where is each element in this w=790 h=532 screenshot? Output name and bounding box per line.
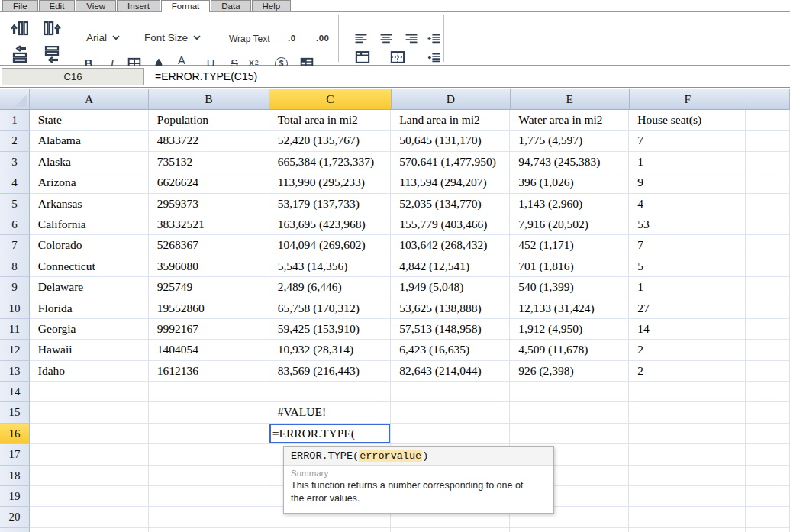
cell-B7[interactable]: 5268367 bbox=[149, 235, 269, 256]
cell-B9[interactable]: 925749 bbox=[149, 277, 269, 298]
row-header-7[interactable]: 7 bbox=[0, 235, 30, 256]
cell-D6[interactable]: 155,779 (403,466) bbox=[391, 214, 510, 235]
cell-F1[interactable]: House seat(s) bbox=[629, 110, 746, 131]
menu-tab-edit[interactable]: Edit bbox=[39, 0, 76, 11]
row-header-17[interactable]: 17 bbox=[0, 444, 30, 465]
cell-F14[interactable] bbox=[629, 382, 746, 402]
cell-B16[interactable] bbox=[149, 424, 269, 444]
cell-D1[interactable]: Land area in mi2 bbox=[391, 110, 510, 131]
increase-decimals-button[interactable]: .00 bbox=[316, 34, 330, 43]
table-borders-icon[interactable] bbox=[389, 50, 406, 65]
cell-D5[interactable]: 52,035 (134,770) bbox=[391, 194, 510, 214]
row-header-15[interactable]: 15 bbox=[0, 402, 30, 423]
cell-F15[interactable] bbox=[629, 402, 746, 423]
cell-D8[interactable]: 4,842 (12,541) bbox=[391, 256, 510, 277]
row-header-9[interactable]: 9 bbox=[0, 277, 30, 298]
insert-column-after-icon[interactable] bbox=[41, 18, 63, 38]
row-header-12[interactable]: 12 bbox=[0, 340, 30, 360]
name-box[interactable]: C16 bbox=[2, 68, 144, 85]
column-header-a[interactable]: A bbox=[30, 89, 149, 110]
column-header-e[interactable]: E bbox=[511, 89, 630, 110]
select-all-corner[interactable] bbox=[0, 89, 30, 110]
cell-C[interactable] bbox=[269, 528, 392, 532]
menu-tab-data[interactable]: Data bbox=[211, 0, 250, 11]
font-family-selector[interactable]: Arial bbox=[86, 32, 120, 44]
cell-F[interactable] bbox=[629, 528, 746, 532]
cell-B2[interactable]: 4833722 bbox=[149, 131, 269, 151]
column-header-d[interactable]: D bbox=[392, 89, 511, 110]
cell-C2[interactable]: 52,420 (135,767) bbox=[269, 131, 392, 151]
cell-A4[interactable]: Arizona bbox=[30, 172, 149, 193]
cell-E[interactable] bbox=[510, 528, 629, 532]
row-header-6[interactable]: 6 bbox=[0, 214, 30, 235]
column-header-c[interactable]: C bbox=[269, 89, 392, 110]
cell-C5[interactable]: 53,179 (137,733) bbox=[269, 194, 392, 214]
cell-A11[interactable]: Georgia bbox=[30, 319, 149, 340]
cell-C9[interactable]: 2,489 (6,446) bbox=[269, 277, 392, 298]
row-header-2[interactable]: 2 bbox=[0, 131, 30, 151]
cell-E8[interactable]: 701 (1,816) bbox=[510, 256, 629, 277]
cell-B3[interactable]: 735132 bbox=[149, 152, 269, 172]
cell-C16[interactable]: =ERROR.TYPE( bbox=[269, 424, 391, 444]
cell-C15[interactable]: #VALUE! bbox=[269, 402, 392, 423]
cell-B1[interactable]: Population bbox=[149, 110, 269, 131]
column-header-f[interactable]: F bbox=[630, 89, 746, 110]
cell-A15[interactable] bbox=[30, 402, 149, 423]
menu-tab-view[interactable]: View bbox=[76, 0, 116, 11]
cell-F18[interactable] bbox=[629, 466, 746, 486]
align-left-icon[interactable] bbox=[353, 31, 369, 45]
cell-A5[interactable]: Arkansas bbox=[30, 194, 149, 214]
insert-row-after-icon[interactable] bbox=[41, 44, 63, 64]
cell-F20[interactable] bbox=[629, 507, 746, 527]
cell-D13[interactable]: 82,643 (214,044) bbox=[391, 361, 510, 382]
cell-F10[interactable]: 27 bbox=[629, 298, 746, 319]
cell-C13[interactable]: 83,569 (216,443) bbox=[269, 361, 392, 382]
cell-D[interactable] bbox=[391, 528, 510, 532]
menu-tab-help[interactable]: Help bbox=[252, 0, 292, 11]
cell-D2[interactable]: 50,645 (131,170) bbox=[391, 131, 510, 151]
cell-A8[interactable]: Connecticut bbox=[30, 256, 149, 277]
cell-A19[interactable] bbox=[30, 486, 149, 507]
cell-B6[interactable]: 38332521 bbox=[149, 214, 269, 235]
row-header-13[interactable]: 13 bbox=[0, 361, 30, 382]
row-header-19[interactable]: 19 bbox=[0, 486, 30, 507]
menu-tab-format[interactable]: Format bbox=[161, 0, 210, 12]
cell-E12[interactable]: 4,509 (11,678) bbox=[510, 340, 629, 360]
row-header-[interactable] bbox=[0, 528, 30, 532]
cell-B13[interactable]: 1612136 bbox=[149, 361, 269, 382]
cell-A7[interactable]: Colorado bbox=[30, 235, 149, 256]
cell-A12[interactable]: Hawaii bbox=[30, 340, 149, 360]
cell-F12[interactable]: 2 bbox=[629, 340, 746, 360]
cell-F8[interactable]: 5 bbox=[629, 256, 746, 277]
align-right-icon[interactable] bbox=[404, 31, 419, 45]
cell-A10[interactable]: Florida bbox=[30, 298, 149, 319]
decrease-indent-icon[interactable] bbox=[426, 50, 441, 64]
row-header-20[interactable]: 20 bbox=[0, 507, 30, 527]
cell-C10[interactable]: 65,758 (170,312) bbox=[269, 298, 392, 319]
font-size-selector[interactable]: Font Size bbox=[144, 32, 201, 44]
cell-E7[interactable]: 452 (1,171) bbox=[510, 235, 629, 256]
cell-B[interactable] bbox=[149, 528, 269, 532]
cell-E1[interactable]: Water area in mi2 bbox=[510, 110, 629, 131]
cell-E9[interactable]: 540 (1,399) bbox=[510, 277, 629, 298]
cell-A[interactable] bbox=[30, 528, 149, 532]
insert-row-before-icon[interactable] bbox=[9, 44, 31, 64]
cell-A20[interactable] bbox=[30, 507, 149, 527]
cell-F17[interactable] bbox=[629, 444, 746, 465]
cell-E3[interactable]: 94,743 (245,383) bbox=[510, 152, 629, 172]
cell-B18[interactable] bbox=[149, 466, 269, 486]
cell-C11[interactable]: 59,425 (153,910) bbox=[269, 319, 392, 340]
column-header-b[interactable]: B bbox=[149, 89, 269, 110]
cell-F4[interactable]: 9 bbox=[629, 172, 746, 193]
cell-E13[interactable]: 926 (2,398) bbox=[510, 361, 629, 382]
cell-D4[interactable]: 113,594 (294,207) bbox=[391, 172, 510, 193]
cell-E2[interactable]: 1,775 (4,597) bbox=[510, 131, 629, 151]
cell-E16[interactable] bbox=[510, 424, 629, 444]
cell-D3[interactable]: 570,641 (1,477,950) bbox=[391, 152, 510, 172]
cell-D12[interactable]: 6,423 (16,635) bbox=[391, 340, 510, 360]
formula-input[interactable]: =ERROR.TYPE(C15) bbox=[155, 69, 787, 85]
cell-F2[interactable]: 7 bbox=[629, 131, 746, 151]
wrap-text-button[interactable]: Wrap Text bbox=[229, 34, 270, 44]
cell-E11[interactable]: 1,912 (4,950) bbox=[510, 319, 629, 340]
cell-B17[interactable] bbox=[149, 444, 269, 465]
